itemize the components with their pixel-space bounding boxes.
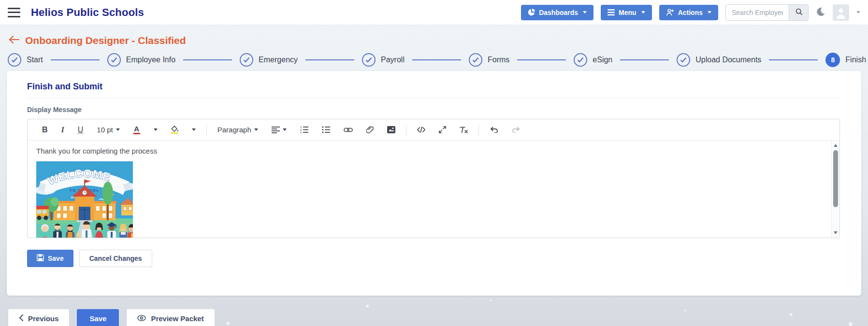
top-bar: Helios Public Schools Dashboards Menu (0, 0, 868, 25)
undo-icon (490, 127, 498, 133)
preview-packet-button[interactable]: Preview Packet (127, 309, 214, 326)
bullet-list-button[interactable] (318, 123, 334, 136)
search-input[interactable] (726, 5, 789, 20)
attach-file-button[interactable] (362, 123, 377, 137)
check-circle-icon (469, 53, 482, 67)
step-upload-documents[interactable]: Upload Documents (677, 53, 761, 67)
insert-image-button[interactable] (383, 123, 399, 136)
clear-format-icon (460, 127, 468, 133)
clear-formatting-button[interactable] (456, 124, 472, 136)
step-payroll[interactable]: Payroll (362, 53, 405, 67)
check-circle-icon (362, 53, 376, 67)
fullscreen-button[interactable] (435, 123, 450, 136)
chevron-down-icon (116, 128, 120, 131)
hamburger-menu-icon[interactable] (8, 8, 20, 17)
chevron-down-icon (154, 128, 158, 131)
chevron-down-icon (641, 11, 645, 14)
highlight-color-dropdown[interactable] (188, 126, 200, 134)
font-size-dropdown[interactable]: 10 pt (93, 123, 123, 137)
step-connector (412, 59, 461, 60)
actions-button[interactable]: Actions (659, 5, 718, 20)
chevron-left-icon (19, 314, 23, 323)
app-title: Helios Public Schools (31, 6, 144, 19)
scroll-up-arrow[interactable] (832, 142, 839, 149)
employee-search (725, 4, 809, 21)
step-start[interactable]: Start (8, 53, 43, 67)
text-color-button[interactable]: A (130, 122, 144, 137)
menu-lines-icon (608, 9, 615, 15)
check-circle-icon (574, 53, 587, 67)
code-view-button[interactable] (413, 124, 429, 136)
step-employee-info[interactable]: Employee Info (107, 53, 175, 67)
welcome-image[interactable]: WELCOME TO SCHOOL (36, 161, 133, 238)
text-color-dropdown[interactable] (150, 126, 161, 134)
wizard-footer: Previous Save Preview Packet (8, 309, 215, 326)
bold-button[interactable]: B (38, 123, 52, 137)
paperclip-icon (366, 126, 374, 134)
step-esign[interactable]: eSign (574, 53, 612, 67)
step-label: Employee Info (126, 56, 175, 64)
paragraph-style-dropdown[interactable]: Paragraph (214, 123, 262, 137)
underline-button[interactable]: U (74, 123, 87, 137)
ordered-list-button[interactable]: 123 (296, 123, 312, 136)
menu-button[interactable]: Menu (601, 5, 652, 20)
step-forms[interactable]: Forms (469, 53, 509, 67)
step-connector (620, 59, 669, 60)
sparkle-dot (790, 313, 793, 316)
italic-button[interactable]: I (58, 123, 68, 137)
step-label: Forms (488, 56, 509, 64)
save-label: Save (48, 255, 64, 262)
step-connector (517, 59, 566, 60)
toolbar-separator (206, 125, 207, 135)
finish-panel: Finish and Submit Display Message B I U … (7, 71, 861, 296)
breadcrumb: Onboarding Designer - Classified (9, 35, 186, 46)
welcome-illustration: WELCOME TO SCHOOL (36, 161, 133, 238)
editor-scrollbar[interactable] (831, 141, 839, 238)
step-connector (305, 59, 354, 60)
step-label: Finish (845, 56, 866, 64)
step-label: Start (27, 56, 43, 64)
align-dropdown[interactable] (268, 124, 290, 136)
editor-content[interactable]: Thank you for completing the process (28, 141, 839, 238)
sparkle-dot (849, 322, 853, 326)
back-arrow-icon[interactable] (9, 36, 19, 45)
step-emergency[interactable]: Emergency (240, 53, 298, 67)
highlight-color-button[interactable] (167, 123, 182, 137)
message-text[interactable]: Thank you for completing the process (36, 147, 831, 155)
chevron-down-icon (254, 128, 258, 131)
step-label: Emergency (259, 56, 298, 64)
svg-text:3: 3 (300, 131, 302, 133)
check-circle-icon (107, 53, 121, 67)
footer-save-label: Save (89, 314, 106, 323)
ordered-list-icon: 123 (300, 126, 308, 133)
rich-text-editor: B I U 10 pt A (27, 119, 840, 238)
dark-mode-toggle[interactable] (816, 7, 825, 18)
search-icon (795, 8, 803, 17)
scroll-down-arrow[interactable] (832, 229, 839, 237)
cancel-changes-button[interactable]: Cancel Changes (79, 250, 152, 267)
search-button[interactable] (789, 5, 808, 20)
scrollbar-thumb[interactable] (833, 150, 838, 207)
menu-label: Menu (619, 9, 637, 16)
chevron-down-icon (283, 128, 287, 131)
step-label: Payroll (381, 56, 405, 64)
step-connector (183, 59, 232, 60)
save-button[interactable]: Save (27, 250, 73, 267)
insert-link-button[interactable] (340, 124, 357, 136)
step-finish-current[interactable]: 8 Finish (825, 53, 866, 67)
check-circle-icon (677, 53, 690, 67)
footer-save-button[interactable]: Save (77, 309, 119, 326)
chevron-down-icon (583, 11, 587, 14)
user-avatar[interactable] (833, 4, 849, 21)
sparkle-dot (684, 310, 686, 312)
user-icon (835, 6, 847, 21)
sparkle-dot (226, 322, 230, 325)
previous-button[interactable]: Previous (8, 309, 69, 326)
undo-button[interactable] (486, 124, 502, 136)
text-color-icon: A (133, 125, 140, 134)
redo-button[interactable] (508, 124, 524, 136)
paint-bucket-icon (171, 126, 178, 134)
dashboards-button[interactable]: Dashboards (521, 5, 593, 20)
avatar-chevron-icon[interactable] (856, 11, 860, 14)
pie-chart-icon (528, 9, 535, 16)
